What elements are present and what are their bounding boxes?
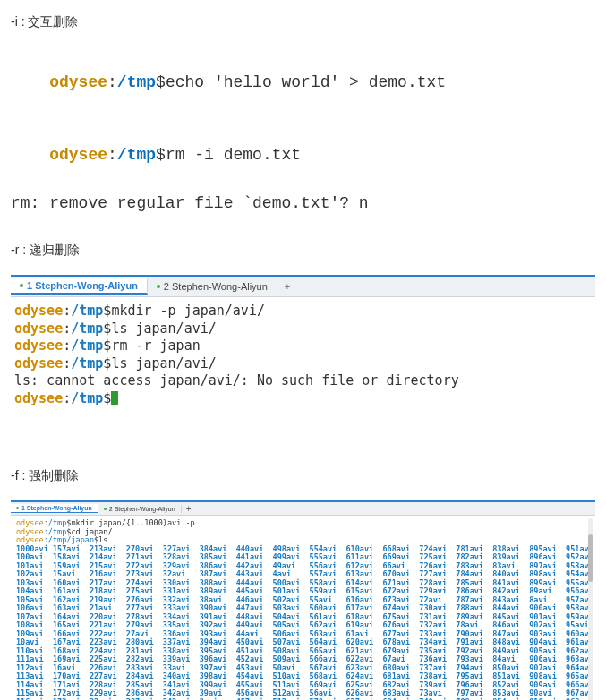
terminal-window-2: 1 Stephen-Wong-Aliyun 2 Stephen-Wong-Ali… xyxy=(11,275,595,416)
prompt-user: odysee xyxy=(49,146,107,164)
status-dot-icon xyxy=(20,284,23,287)
tab-add-button[interactable]: + xyxy=(277,281,297,292)
tab-label: 2 Stephen-Wong-Aliyun xyxy=(109,506,175,512)
tab-2[interactable]: 2 Stephen-Wong-Aliyun xyxy=(98,505,182,513)
terminal-body-2[interactable]: odysee:/tmp$mkdir -p japan/avi/ odysee:/… xyxy=(11,297,595,416)
cmd-line: echo 'hello world' > demo.txt xyxy=(166,73,446,91)
prompt-path: /tmp xyxy=(71,355,103,371)
prompt-path: /tmp xyxy=(71,390,103,406)
terminal-window-3: 1 Stephen-Wong-Aliyun 2 Stephen-Wong-Ali… xyxy=(11,500,595,700)
prompt-path: /tmp xyxy=(71,320,103,337)
section-r-label: -r : 递归删除 xyxy=(11,243,595,259)
status-dot-icon xyxy=(104,508,107,510)
prompt-path: /tmp xyxy=(117,73,156,91)
cmd-line: ls japan/avi/ xyxy=(111,355,216,371)
prompt-user: odysee xyxy=(14,390,63,406)
tab-label: 1 Stephen-Wong-Aliyun xyxy=(21,505,92,511)
prompt-path: /tmp xyxy=(71,303,103,319)
status-dot-icon xyxy=(157,285,160,288)
tab-1[interactable]: 1 Stephen-Wong-Aliyun xyxy=(11,504,98,513)
prompt-user: odysee xyxy=(14,320,63,337)
prompt-user: odysee xyxy=(14,355,63,371)
tab-1[interactable]: 1 Stephen-Wong-Aliyun xyxy=(11,278,148,295)
cmd-line: ls japan/avi/ xyxy=(111,320,216,337)
prompt-user: odysee xyxy=(14,337,63,354)
tab-label: 1 Stephen-Wong-Aliyun xyxy=(27,280,138,291)
prompt-path: /tmp xyxy=(71,337,103,354)
prompt-user: odysee xyxy=(49,73,107,91)
cursor-icon xyxy=(111,391,118,405)
output-line: rm: remove regular file `demo.txt'? n xyxy=(11,192,595,216)
cmd-line: mkdir -p japan/avi/ xyxy=(111,303,265,319)
tab-bar: 1 Stephen-Wong-Aliyun 2 Stephen-Wong-Ali… xyxy=(11,502,595,516)
prompt-path: /tmp xyxy=(117,146,156,164)
cmd-line: rm -i demo.txt xyxy=(166,146,301,164)
section-i-label: -i : 交互删除 xyxy=(11,14,595,30)
terminal-body-3[interactable]: odysee:/tmp$mkdir japan/{1..1000}avi -p … xyxy=(11,516,595,700)
tab-label: 2 Stephen-Wong-Aliyun xyxy=(164,281,268,292)
tab-bar: 1 Stephen-Wong-Aliyun 2 Stephen-Wong-Ali… xyxy=(11,277,595,297)
section-f-label: -f : 强制删除 xyxy=(11,468,595,484)
scrollbar[interactable] xyxy=(588,518,593,700)
cmd-line: rm -r japan xyxy=(111,337,200,354)
scroll-thumb[interactable] xyxy=(588,534,593,582)
terminal-block-1: odysee:/tmp$echo 'hello world' > demo.tx… xyxy=(11,47,595,216)
tab-2[interactable]: 2 Stephen-Wong-Aliyun xyxy=(148,279,277,294)
prompt-user: odysee xyxy=(14,303,63,319)
status-dot-icon xyxy=(16,507,19,509)
tab-add-button[interactable]: + xyxy=(182,504,196,514)
output-line: ls: cannot access japan/avi/: No such fi… xyxy=(14,372,592,390)
